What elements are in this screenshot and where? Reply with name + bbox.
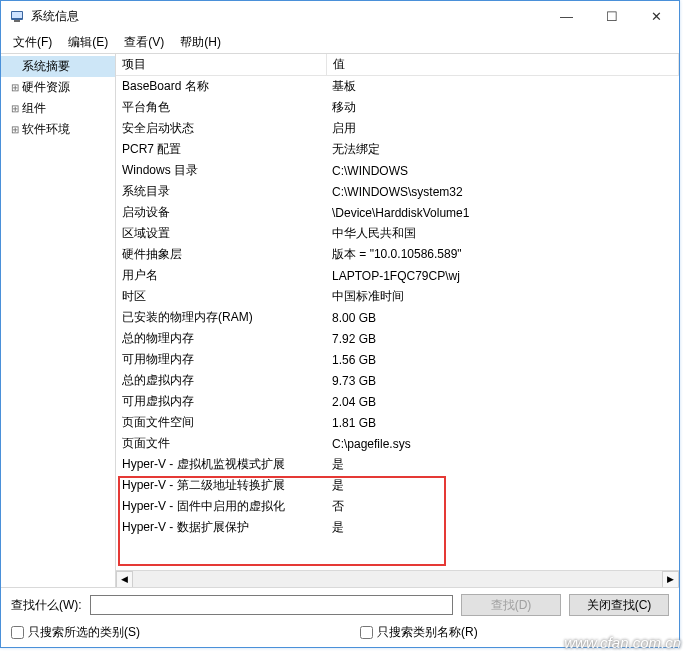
cell-value: 基板 [326, 76, 679, 98]
tree-item-components[interactable]: ⊞ 组件 [1, 98, 115, 119]
tree-item-summary[interactable]: 系统摘要 [1, 56, 115, 77]
cell-item: 页面文件空间 [116, 412, 326, 433]
cell-value: 7.92 GB [326, 328, 679, 349]
option-selected-category-only[interactable]: 只搜索所选的类别(S) [11, 624, 140, 641]
cell-value: 9.73 GB [326, 370, 679, 391]
table-row[interactable]: BaseBoard 名称基板 [116, 76, 679, 98]
option-category-names-only[interactable]: 只搜索类别名称(R) [360, 624, 478, 641]
window-title: 系统信息 [31, 8, 544, 25]
cell-value: 1.81 GB [326, 412, 679, 433]
cell-value: 1.56 GB [326, 349, 679, 370]
expand-icon[interactable]: ⊞ [11, 82, 22, 93]
cell-item: 安全启动状态 [116, 118, 326, 139]
cell-value: 中华人民共和国 [326, 223, 679, 244]
horizontal-scrollbar[interactable]: ◀ ▶ [116, 570, 679, 587]
scroll-left-button[interactable]: ◀ [116, 571, 133, 588]
expand-icon[interactable]: ⊞ [11, 124, 22, 135]
cell-item: 可用物理内存 [116, 349, 326, 370]
table-row[interactable]: Hyper-V - 固件中启用的虚拟化否 [116, 496, 679, 517]
cell-item: 可用虚拟内存 [116, 391, 326, 412]
option-label: 只搜索所选的类别(S) [28, 624, 140, 641]
cell-item: Hyper-V - 固件中启用的虚拟化 [116, 496, 326, 517]
cell-value: 移动 [326, 97, 679, 118]
table-row[interactable]: 页面文件空间1.81 GB [116, 412, 679, 433]
col-item[interactable]: 项目 [116, 54, 326, 76]
close-button[interactable]: ✕ [634, 1, 679, 31]
expand-icon[interactable]: ⊞ [11, 103, 22, 114]
cell-value: \Device\HarddiskVolume1 [326, 202, 679, 223]
app-icon [9, 8, 25, 24]
content: 系统摘要 ⊞ 硬件资源 ⊞ 组件 ⊞ 软件环境 项目 [1, 53, 679, 587]
table-row[interactable]: Windows 目录C:\WINDOWS [116, 160, 679, 181]
table-row[interactable]: 用户名LAPTOP-1FQC79CP\wj [116, 265, 679, 286]
scroll-right-button[interactable]: ▶ [662, 571, 679, 588]
details-table: 项目 值 BaseBoard 名称基板平台角色移动安全启动状态启用PCR7 配置… [116, 54, 679, 538]
minimize-button[interactable]: — [544, 1, 589, 31]
col-value[interactable]: 值 [326, 54, 679, 76]
table-row[interactable]: 安全启动状态启用 [116, 118, 679, 139]
svg-rect-1 [12, 12, 22, 18]
cell-value: 版本 = "10.0.10586.589" [326, 244, 679, 265]
checkbox-category-names-only[interactable] [360, 626, 373, 639]
navigation-tree[interactable]: 系统摘要 ⊞ 硬件资源 ⊞ 组件 ⊞ 软件环境 [1, 54, 116, 587]
table-row[interactable]: 系统目录C:\WINDOWS\system32 [116, 181, 679, 202]
cell-value: 8.00 GB [326, 307, 679, 328]
menu-view[interactable]: 查看(V) [116, 32, 172, 53]
table-row[interactable]: 启动设备\Device\HarddiskVolume1 [116, 202, 679, 223]
table-row[interactable]: Hyper-V - 数据扩展保护是 [116, 517, 679, 538]
cell-value: 无法绑定 [326, 139, 679, 160]
cell-value: 否 [326, 496, 679, 517]
cell-item: 区域设置 [116, 223, 326, 244]
table-row[interactable]: 总的虚拟内存9.73 GB [116, 370, 679, 391]
cell-item: BaseBoard 名称 [116, 76, 326, 98]
find-label: 查找什么(W): [11, 597, 82, 614]
titlebar: 系统信息 — ☐ ✕ [1, 1, 679, 31]
tree-item-label: 系统摘要 [22, 58, 70, 75]
table-row[interactable]: 可用物理内存1.56 GB [116, 349, 679, 370]
menu-edit[interactable]: 编辑(E) [60, 32, 116, 53]
cell-item: 启动设备 [116, 202, 326, 223]
table-row[interactable]: 区域设置中华人民共和国 [116, 223, 679, 244]
table-row[interactable]: PCR7 配置无法绑定 [116, 139, 679, 160]
table-row[interactable]: 已安装的物理内存(RAM)8.00 GB [116, 307, 679, 328]
window: 系统信息 — ☐ ✕ 文件(F) 编辑(E) 查看(V) 帮助(H) 系统摘要 … [0, 0, 680, 648]
cell-value: C:\pagefile.sys [326, 433, 679, 454]
cell-value: 是 [326, 454, 679, 475]
cell-item: 硬件抽象层 [116, 244, 326, 265]
table-row[interactable]: 总的物理内存7.92 GB [116, 328, 679, 349]
main-panel: 项目 值 BaseBoard 名称基板平台角色移动安全启动状态启用PCR7 配置… [116, 54, 679, 587]
checkbox-selected-category-only[interactable] [11, 626, 24, 639]
table-row[interactable]: 时区中国标准时间 [116, 286, 679, 307]
cell-item: 页面文件 [116, 433, 326, 454]
cell-item: 总的虚拟内存 [116, 370, 326, 391]
watermark: www.cfan.com.cn [564, 634, 681, 651]
cell-item: PCR7 配置 [116, 139, 326, 160]
cell-item: Hyper-V - 数据扩展保护 [116, 517, 326, 538]
table-row[interactable]: 可用虚拟内存2.04 GB [116, 391, 679, 412]
details-grid[interactable]: 项目 值 BaseBoard 名称基板平台角色移动安全启动状态启用PCR7 配置… [116, 54, 679, 570]
table-row[interactable]: Hyper-V - 虚拟机监视模式扩展是 [116, 454, 679, 475]
maximize-button[interactable]: ☐ [589, 1, 634, 31]
cell-item: 总的物理内存 [116, 328, 326, 349]
table-row[interactable]: Hyper-V - 第二级地址转换扩展是 [116, 475, 679, 496]
menu-file[interactable]: 文件(F) [5, 32, 60, 53]
cell-value: 是 [326, 517, 679, 538]
find-button[interactable]: 查找(D) [461, 594, 561, 616]
menubar: 文件(F) 编辑(E) 查看(V) 帮助(H) [1, 31, 679, 53]
find-input[interactable] [90, 595, 453, 615]
tree-item-hardware[interactable]: ⊞ 硬件资源 [1, 77, 115, 98]
menu-help[interactable]: 帮助(H) [172, 32, 229, 53]
cell-item: Hyper-V - 第二级地址转换扩展 [116, 475, 326, 496]
table-row[interactable]: 页面文件C:\pagefile.sys [116, 433, 679, 454]
tree-item-software-env[interactable]: ⊞ 软件环境 [1, 119, 115, 140]
table-row[interactable]: 平台角色移动 [116, 97, 679, 118]
tree-item-label: 硬件资源 [22, 79, 70, 96]
table-row[interactable]: 硬件抽象层版本 = "10.0.10586.589" [116, 244, 679, 265]
cell-value: 启用 [326, 118, 679, 139]
svg-rect-2 [14, 20, 20, 22]
cell-item: 平台角色 [116, 97, 326, 118]
tree-item-label: 软件环境 [22, 121, 70, 138]
cell-value: C:\WINDOWS\system32 [326, 181, 679, 202]
close-find-button[interactable]: 关闭查找(C) [569, 594, 669, 616]
cell-item: 系统目录 [116, 181, 326, 202]
